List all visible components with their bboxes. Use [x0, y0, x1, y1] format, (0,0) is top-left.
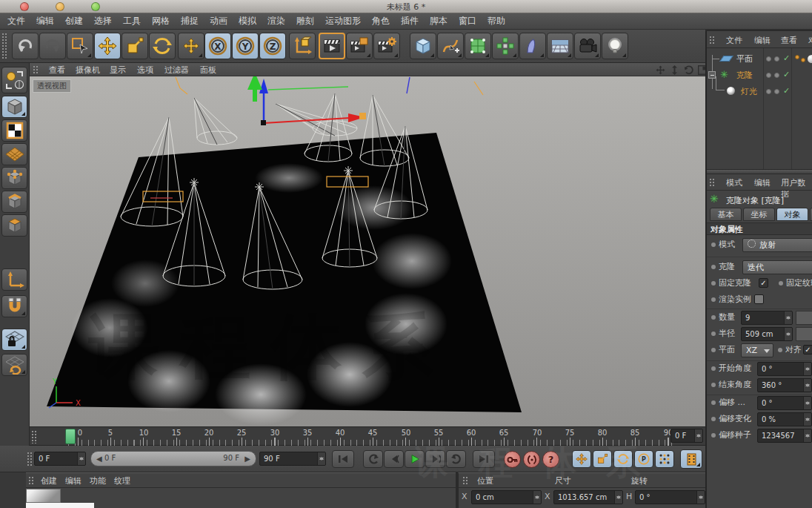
om-menu-edit[interactable]: 编辑	[754, 35, 771, 46]
spinner-icon[interactable]	[694, 429, 702, 442]
tab-coordinates[interactable]: 坐标	[743, 208, 775, 221]
coord-menu-handle[interactable]	[462, 476, 468, 485]
rotate-workplane-button[interactable]	[1, 354, 27, 376]
timeline-window-button[interactable]	[680, 449, 702, 469]
menu-create[interactable]: 创建	[65, 15, 83, 27]
spinner-icon[interactable]	[614, 491, 622, 504]
anim-dot[interactable]	[711, 433, 716, 438]
texture-mode-button[interactable]	[1, 119, 27, 142]
spinner-icon[interactable]	[77, 452, 85, 465]
redo-button[interactable]	[39, 33, 66, 59]
rotate-tool-button[interactable]	[149, 33, 176, 59]
spinner-icon[interactable]	[784, 328, 792, 340]
point-level-animation-button[interactable]	[655, 450, 674, 468]
undo-button[interactable]	[12, 33, 39, 59]
material-name-box[interactable]	[26, 503, 94, 508]
render-visibility-dot[interactable]	[774, 56, 779, 62]
material-menu-edit[interactable]: 编辑	[65, 475, 81, 486]
om-menu-view[interactable]: 查看	[781, 35, 797, 46]
lock-workplane-button[interactable]	[1, 329, 27, 351]
previous-frame-button[interactable]	[384, 450, 404, 468]
tab-object[interactable]: 对象	[776, 208, 808, 221]
autokey-button[interactable]	[523, 451, 540, 468]
viewport-menu-camera[interactable]: 摄像机	[76, 65, 100, 76]
menu-edit[interactable]: 编辑	[36, 15, 54, 27]
editor-visibility-dot[interactable]	[766, 89, 771, 94]
menu-select[interactable]: 选择	[94, 15, 112, 27]
make-editable-button[interactable]	[1, 67, 27, 93]
record-keyframe-button[interactable]	[504, 451, 521, 468]
material-menu-texture[interactable]: 纹理	[114, 475, 130, 486]
add-subdivision-surface-button[interactable]	[465, 33, 491, 59]
size-x-field[interactable]: 1013.657 cm	[553, 490, 623, 504]
spinner-icon[interactable]	[803, 397, 811, 409]
points-mode-button[interactable]	[1, 167, 27, 189]
frame-range-slider[interactable]: ◀ 0 F 90 F ▶	[90, 451, 256, 466]
material-menu-create[interactable]: 创建	[41, 475, 57, 486]
count-extra-box[interactable]	[796, 311, 812, 325]
enabled-check-icon[interactable]	[783, 70, 790, 79]
spinner-icon[interactable]	[803, 429, 811, 442]
spinner-icon[interactable]	[803, 363, 811, 375]
menu-simulate[interactable]: 模拟	[239, 15, 256, 27]
viewport-menu-panel[interactable]: 面板	[200, 65, 216, 76]
viewport-menu-options[interactable]: 选项	[137, 65, 153, 76]
rotation-key-button[interactable]	[613, 450, 633, 468]
add-floor-button[interactable]	[547, 33, 573, 59]
object-label[interactable]: 灯光	[741, 86, 757, 97]
start-angle-field[interactable]: 0 °	[757, 362, 812, 376]
lock-x-axis-button[interactable]: X	[204, 33, 231, 59]
plane-dropdown[interactable]: XZ	[741, 343, 773, 357]
pan-view-icon[interactable]	[656, 65, 665, 75]
range-left-arrow-icon[interactable]: ◀	[96, 455, 102, 463]
object-row-cloner[interactable]: ✳ 克隆	[707, 67, 812, 83]
timeline-ruler[interactable]: 0 5 10 15 20 25 30 35 40 45 50 55 60 65 …	[30, 426, 705, 446]
offset-field[interactable]: 0 °	[757, 396, 812, 410]
am-menu-mode[interactable]: 模式	[726, 177, 742, 188]
menu-mograph[interactable]: 运动图形	[325, 15, 361, 27]
viewport-menu-filter[interactable]: 过滤器	[164, 65, 189, 76]
playbar-handle[interactable]	[27, 452, 33, 466]
scale-key-button[interactable]	[593, 450, 612, 468]
add-camera-button[interactable]	[574, 33, 601, 59]
phong-tag-icon[interactable]	[795, 55, 799, 59]
timeline-playhead[interactable]	[65, 429, 76, 444]
move-tool-button[interactable]	[94, 33, 121, 59]
anim-dot[interactable]	[711, 281, 716, 286]
position-key-button[interactable]	[572, 450, 591, 468]
anim-dot[interactable]	[711, 366, 716, 371]
add-deformer-button[interactable]	[519, 33, 546, 59]
count-field[interactable]: 9	[741, 311, 793, 325]
render-settings-button[interactable]	[373, 33, 400, 59]
object-label[interactable]: 平面	[736, 53, 753, 65]
spinner-icon[interactable]	[784, 311, 792, 324]
om-menu-file[interactable]: 文件	[726, 35, 742, 46]
fix-clone-checkbox[interactable]	[759, 278, 768, 288]
mode-dropdown[interactable]: 放射	[742, 238, 812, 252]
panel-splitter[interactable]	[707, 169, 812, 174]
spinner-icon[interactable]	[803, 379, 811, 392]
next-frame-button[interactable]	[425, 450, 445, 468]
tab-basic[interactable]: 基本	[710, 208, 742, 221]
viewport-menu-handle[interactable]	[33, 65, 39, 74]
anim-dot[interactable]	[711, 265, 716, 269]
scale-tool-button[interactable]	[122, 33, 148, 59]
object-label[interactable]: 克隆	[736, 70, 753, 81]
material-menu-function[interactable]: 功能	[90, 475, 106, 486]
align-checkbox[interactable]	[803, 345, 812, 354]
am-menu-userdata[interactable]: 用户数据	[781, 177, 812, 199]
viewport-menu-view[interactable]: 查看	[49, 65, 65, 76]
polygons-mode-button[interactable]	[1, 214, 27, 237]
om-menu-handle[interactable]	[709, 36, 715, 44]
menu-script[interactable]: 脚本	[430, 15, 447, 27]
pos-x-field[interactable]: 0 cm	[471, 490, 542, 504]
radius-field[interactable]: 509 cm	[741, 327, 793, 341]
end-angle-field[interactable]: 360 °	[757, 378, 812, 392]
goto-end-button[interactable]	[473, 450, 495, 468]
previous-key-button[interactable]	[363, 450, 383, 468]
material-thumbnail[interactable]	[26, 489, 61, 503]
parameter-key-button[interactable]: P	[634, 450, 653, 468]
menu-file[interactable]: 文件	[7, 15, 25, 27]
zoom-view-icon[interactable]	[670, 65, 679, 75]
menu-snap[interactable]: 捕捉	[181, 15, 199, 27]
